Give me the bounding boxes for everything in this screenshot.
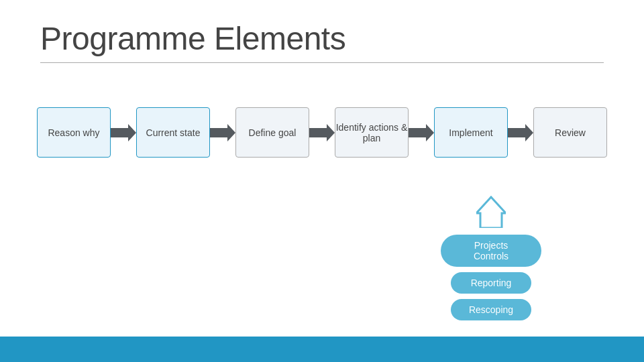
- svg-marker-4: [508, 124, 533, 141]
- title-section: Programme Elements: [40, 20, 604, 63]
- title-divider: [40, 62, 604, 63]
- flow-step-identify-actions: Identify actions & plan: [335, 107, 409, 158]
- flow-step-review: Review: [533, 107, 607, 158]
- flow-step-implement: Implement: [434, 107, 508, 158]
- pill-reporting: Reporting: [451, 272, 531, 294]
- flow-diagram: Reason why Current state Define goal Ide…: [20, 107, 624, 158]
- flow-step-define-goal: Define goal: [235, 107, 309, 158]
- arrow-4: [409, 123, 434, 143]
- up-arrow-container: [476, 194, 506, 228]
- pill-rescoping: Rescoping: [451, 299, 531, 320]
- flow-step-reason-why: Reason why: [37, 107, 111, 158]
- arrow-1: [111, 123, 136, 143]
- svg-marker-0: [111, 124, 136, 141]
- flow-step-current-state: Current state: [136, 107, 210, 158]
- arrow-5: [508, 123, 533, 143]
- up-arrow-icon: [476, 194, 506, 228]
- svg-marker-1: [210, 124, 235, 141]
- sub-elements-section: Projects Controls Reporting Rescoping: [441, 194, 541, 323]
- svg-marker-3: [409, 124, 434, 141]
- page-title: Programme Elements: [40, 20, 604, 57]
- svg-marker-2: [309, 124, 335, 141]
- arrow-2: [210, 123, 235, 143]
- bottom-bar: [0, 337, 644, 362]
- arrow-3: [309, 123, 335, 143]
- pill-projects-controls: Projects Controls: [441, 235, 541, 267]
- pills-container: Projects Controls Reporting Rescoping: [441, 232, 541, 323]
- svg-marker-5: [476, 197, 506, 228]
